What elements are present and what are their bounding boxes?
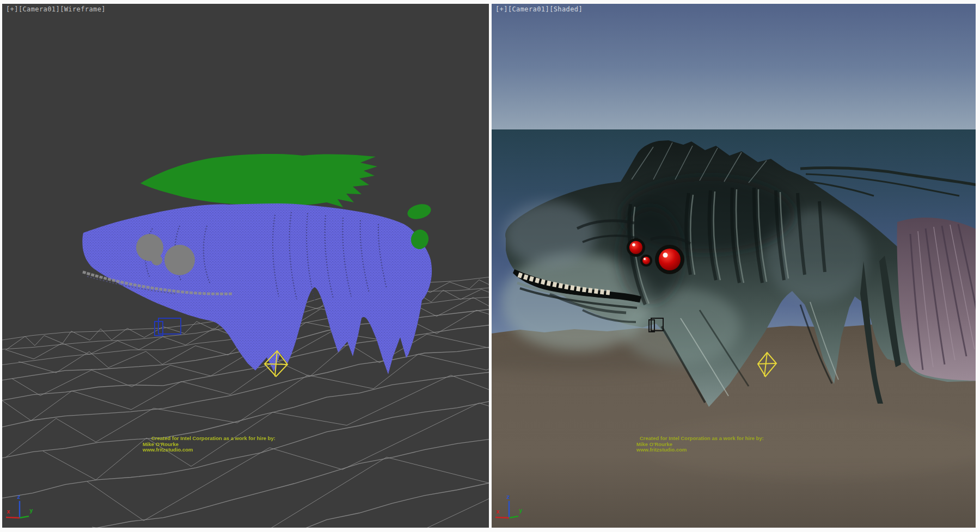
axis-z-label: z [17, 493, 21, 500]
watermark-line3: www.fritzstudio.com [636, 447, 764, 453]
viewport-label-left: [+][Camera01][Wireframe] [6, 5, 106, 13]
viewport-menu-general[interactable]: [+] [495, 5, 508, 13]
world-axis-tripod-right: z x y [493, 493, 531, 524]
viewport-menu-pov[interactable]: [Camera01] [19, 5, 60, 13]
watermark-line1: Created for Intel Corporation as a work … [143, 436, 275, 442]
viewport-wireframe[interactable]: [+][Camera01][Wireframe] Created for Int… [2, 4, 489, 528]
watermark-left: Created for Intel Corporation as a work … [143, 436, 275, 453]
sky [492, 4, 976, 129]
viewport-shaded[interactable]: [+][Camera01][Shaded] Created for Intel … [492, 4, 976, 528]
axis-x-label: x [7, 508, 10, 515]
watermark-line1: Created for Intel Corporation as a work … [636, 436, 764, 442]
pectoral-fin-purple [897, 218, 976, 381]
axis-y-label: y [29, 507, 33, 514]
viewport-menu-general[interactable]: [+] [6, 5, 19, 13]
viewport-menu-shading[interactable]: [Wireframe] [60, 5, 106, 13]
world-axis-tripod-left: z x y [3, 493, 41, 524]
watermark-right: Created for Intel Corporation as a work … [636, 436, 764, 453]
axis-z-label: z [506, 493, 510, 500]
viewport-canvas: [+][Camera01][Wireframe] Created for Int… [0, 0, 980, 532]
axis-y-label: y [519, 507, 523, 514]
fish-model-wireframe[interactable] [82, 203, 432, 374]
viewport-label-right: [+][Camera01][Shaded] [495, 5, 583, 13]
axis-x-label: x [496, 508, 500, 515]
head-sheen [504, 201, 596, 267]
viewport-menu-pov[interactable]: [Camera01] [508, 5, 549, 13]
watermark-line3: www.fritzstudio.com [143, 447, 275, 453]
viewport-menu-shading[interactable]: [Shaded] [549, 5, 583, 13]
fish-dorsal-fin-wireframe[interactable] [140, 154, 377, 207]
box-helper-wireframe[interactable] [155, 318, 181, 336]
